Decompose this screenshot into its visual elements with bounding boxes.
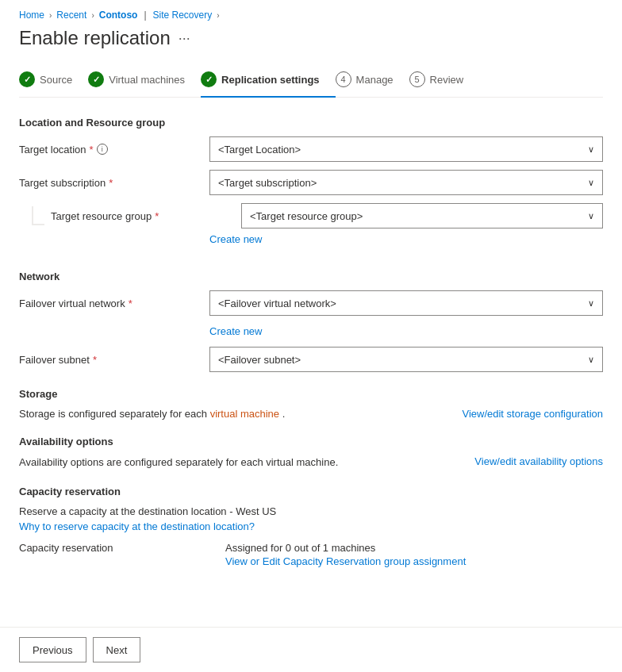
target-subscription-label: Target subscription * [19,177,209,189]
wizard-step-replication[interactable]: ✓ Replication settings [201,65,336,97]
breadcrumb-sep2: › [91,11,94,20]
page-title: Enable replication [19,27,171,49]
breadcrumb-sep1: › [49,11,52,20]
capacity-desc: Reserve a capacity at the destination lo… [19,505,603,517]
wizard-step-manage-label: Manage [356,74,394,86]
location-resource-group-section: Location and Resource group Target locat… [19,117,603,255]
failover-vnet-row: Failover virtual network * <Failover vir… [19,290,603,316]
wizard-steps: ✓ Source ✓ Virtual machines ✓ Replicatio… [19,65,603,98]
target-subscription-row: Target subscription * <Target subscripti… [19,170,603,195]
target-location-value: <Target Location> [218,144,301,156]
failover-vnet-required: * [129,298,132,309]
capacity-right: Assigned for 0 out of 1 machines View or… [225,542,603,567]
storage-desc: Storage is configured separately for eac… [19,408,446,420]
wizard-step-review-label: Review [430,74,464,86]
target-location-label: Target location * i [19,144,209,156]
failover-subnet-dropdown[interactable]: <Failover subnet> ∨ [209,347,603,372]
target-location-info-icon[interactable]: i [97,144,108,155]
target-resource-group-caret-icon: ∨ [588,211,594,221]
storage-config-link[interactable]: View/edit storage configuration [462,408,603,420]
target-subscription-dropdown[interactable]: <Target subscription> ∨ [209,170,603,195]
target-resource-group-label: Target resource group * [51,210,241,222]
breadcrumb-pipe: | [144,10,146,21]
target-resource-group-row: Target resource group * <Target resource… [51,203,603,228]
step-num-manage: 4 [336,71,351,87]
storage-section: Storage Storage is configured separately… [19,388,603,420]
storage-desc-before: Storage is configured separately for eac… [19,408,207,420]
failover-subnet-required: * [93,354,97,366]
breadcrumb-recent[interactable]: Recent [56,10,86,21]
breadcrumb: Home › Recent › Contoso | Site Recovery … [19,0,603,27]
target-location-required: * [90,144,94,156]
previous-button[interactable]: Previous [19,637,86,650]
target-resource-group-value: <Target resource group> [250,210,363,222]
storage-title: Storage [19,388,603,400]
target-location-dropdown[interactable]: <Target Location> ∨ [209,136,603,162]
availability-title: Availability options [19,436,603,447]
target-location-row: Target location * i <Target Location> ∨ [19,136,603,162]
page-more-options[interactable]: ··· [179,30,190,47]
availability-link[interactable]: View/edit availability options [474,455,603,467]
failover-subnet-caret-icon: ∨ [588,355,594,365]
wizard-step-manage[interactable]: 4 Manage [336,65,409,97]
breadcrumb-contoso[interactable]: Contoso [99,10,138,21]
wizard-step-source[interactable]: ✓ Source [19,65,88,97]
availability-row: Availability options are configured sepa… [19,455,603,470]
wizard-step-vms-label: Virtual machines [109,74,185,86]
step-check-vms: ✓ [88,71,104,87]
failover-vnet-dropdown[interactable]: <Failover virtual network> ∨ [209,290,603,316]
step-num-review: 5 [409,71,425,87]
step-check-source: ✓ [19,71,35,87]
create-vnet-link[interactable]: Create new [209,325,262,337]
location-resource-group-title: Location and Resource group [19,117,603,129]
target-location-caret-icon: ∨ [588,144,594,155]
target-subscription-caret-icon: ∨ [588,178,594,188]
page-title-row: Enable replication ··· [19,27,603,49]
target-subscription-required: * [109,177,113,189]
storage-desc-highlight: virtual machine [210,408,279,420]
target-resource-group-dropdown[interactable]: <Target resource group> ∨ [241,203,603,228]
failover-vnet-value: <Failover virtual network> [218,298,336,309]
availability-section: Availability options Availability option… [19,436,603,470]
wizard-step-source-label: Source [40,74,72,86]
breadcrumb-home[interactable]: Home [19,10,44,21]
capacity-edit-link[interactable]: View or Edit Capacity Reservation group … [225,555,466,567]
create-resource-group-link[interactable]: Create new [209,233,262,245]
storage-desc-after: . [282,408,286,420]
wizard-step-replication-label: Replication settings [221,74,320,86]
failover-subnet-row: Failover subnet * <Failover subnet> ∨ [19,347,603,372]
target-resource-group-required: * [155,210,159,222]
network-section: Network Failover virtual network * <Fail… [19,271,603,372]
capacity-title: Capacity reservation [19,486,603,497]
capacity-why-link[interactable]: Why to reserve capacity at the destinati… [19,520,603,532]
failover-subnet-value: <Failover subnet> [218,354,301,366]
failover-vnet-caret-icon: ∨ [588,298,594,309]
failover-vnet-label: Failover virtual network * [19,298,209,309]
target-subscription-value: <Target subscription> [218,177,317,189]
storage-desc-row: Storage is configured separately for eac… [19,408,603,420]
bottom-bar: Previous Next [0,627,622,650]
network-title: Network [19,271,603,282]
breadcrumb-site-recovery[interactable]: Site Recovery [153,10,213,21]
wizard-step-review[interactable]: 5 Review [409,65,480,97]
availability-desc: Availability options are configured sepa… [19,455,459,470]
failover-subnet-label: Failover subnet * [19,354,209,366]
capacity-section: Capacity reservation Reserve a capacity … [19,486,603,567]
breadcrumb-sep3: › [217,11,219,20]
capacity-assigned-text: Assigned for 0 out of 1 machines [225,542,603,554]
wizard-step-vms[interactable]: ✓ Virtual machines [88,65,201,97]
capacity-row: Capacity reservation Assigned for 0 out … [19,542,603,567]
step-check-replication: ✓ [201,71,217,87]
next-button[interactable]: Next [93,637,141,650]
capacity-reservation-label: Capacity reservation [19,542,209,554]
